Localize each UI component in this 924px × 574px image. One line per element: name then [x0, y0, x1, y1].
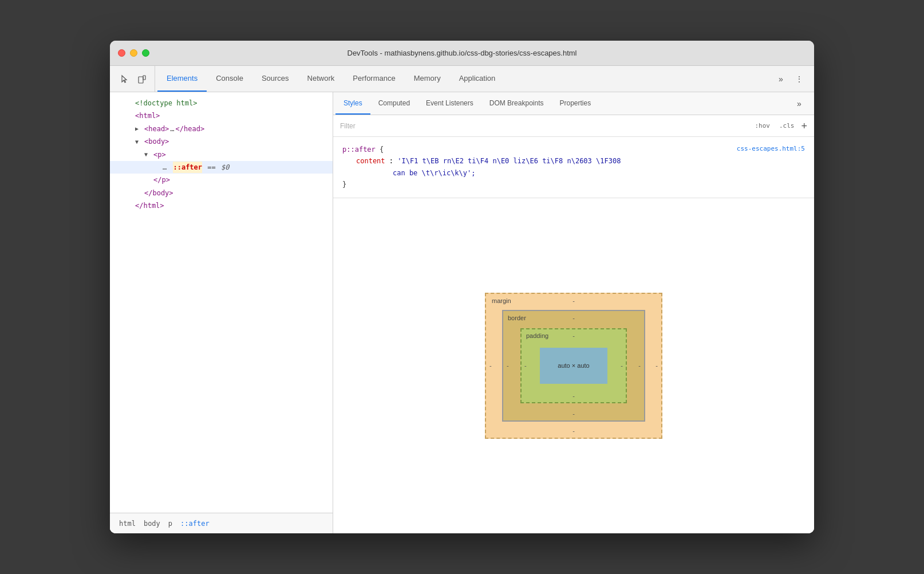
- tab-computed[interactable]: Computed: [370, 92, 418, 115]
- list-item[interactable]: … ::after == $0: [110, 161, 333, 174]
- cursor-icon[interactable]: [117, 71, 133, 87]
- add-style-button[interactable]: +: [801, 121, 807, 131]
- maximize-button[interactable]: [142, 49, 149, 57]
- rule-source-link[interactable]: css-escapes.html:5: [737, 144, 805, 155]
- margin-label: margin: [492, 297, 511, 304]
- content-box: auto × auto: [540, 348, 607, 384]
- border-label: border: [508, 314, 526, 321]
- svg-rect-1: [143, 76, 145, 80]
- dom-equals: ==: [203, 162, 220, 173]
- tab-dom-breakpoints[interactable]: DOM Breakpoints: [481, 92, 552, 115]
- prop-value-content: 'I\F1 t\EB rn\E2 ti\F4 n\E0 liz\E6 ti\F8…: [397, 157, 621, 165]
- close-button[interactable]: [118, 49, 125, 57]
- tab-event-listeners[interactable]: Event Listeners: [418, 92, 481, 115]
- main-toolbar: Elements Console Sources Network Perform…: [110, 66, 814, 92]
- box-model-area: margin - - - - border - - - -: [333, 198, 814, 533]
- border-left-value[interactable]: -: [507, 362, 509, 369]
- css-rules: p::after { css-escapes.html:5 content : …: [333, 137, 814, 198]
- rule-selector: p::after: [342, 146, 380, 154]
- border-top-value[interactable]: -: [572, 314, 575, 321]
- list-item[interactable]: ▼ <p>: [110, 148, 333, 161]
- minimize-button[interactable]: [130, 49, 137, 57]
- prop-name-content: content: [356, 157, 385, 165]
- styles-tabs: Styles Computed Event Listeners DOM Brea…: [333, 92, 814, 115]
- toolbar-tabs: Elements Console Sources Network Perform…: [157, 66, 768, 92]
- left-panel: <!doctype html> <html> ▶ <head>…</head>: [110, 92, 333, 533]
- window-title: DevTools - mathiasbynens.github.io/css-d…: [347, 49, 576, 57]
- list-item[interactable]: <html>: [110, 109, 333, 122]
- triangle-icon: ▶: [135, 124, 142, 133]
- head-tag: <head>: [144, 123, 169, 135]
- list-item[interactable]: ▶ <head>…</head>: [110, 123, 333, 135]
- body-open-tag: <body>: [144, 136, 169, 147]
- close-brace: }: [342, 180, 346, 188]
- border-right-value[interactable]: -: [638, 362, 641, 369]
- triangle-icon: ▼: [135, 137, 142, 147]
- tab-styles[interactable]: Styles: [335, 92, 370, 115]
- margin-right-value[interactable]: -: [656, 362, 658, 369]
- tab-console[interactable]: Console: [207, 66, 252, 92]
- tab-sources[interactable]: Sources: [252, 66, 298, 92]
- devtools-menu-button[interactable]: ⋮: [791, 71, 807, 87]
- margin-left-value[interactable]: -: [489, 362, 492, 369]
- p-close-tag: </p>: [153, 174, 170, 186]
- tab-properties[interactable]: Properties: [551, 92, 599, 115]
- open-brace: {: [380, 146, 384, 154]
- right-panel: Styles Computed Event Listeners DOM Brea…: [333, 92, 814, 533]
- breadcrumb-item-body[interactable]: body: [141, 518, 163, 529]
- devtools-window: DevTools - mathiasbynens.github.io/css-d…: [110, 41, 814, 533]
- tab-performance[interactable]: Performance: [343, 66, 404, 92]
- css-declaration: content : 'I\F1 t\EB rn\E2 ti\F4 n\E0 li…: [342, 155, 805, 167]
- head-close-tag: </head>: [176, 123, 205, 135]
- ellipsis-dots: …: [163, 162, 167, 173]
- padding-top-value[interactable]: -: [572, 332, 575, 339]
- padding-right-value[interactable]: -: [621, 362, 623, 369]
- content-size: auto × auto: [558, 362, 589, 369]
- margin-bottom-value[interactable]: -: [572, 427, 575, 434]
- padding-bottom-value[interactable]: -: [572, 392, 575, 399]
- html-close-tag: </html>: [135, 200, 164, 211]
- filter-input[interactable]: [340, 122, 748, 130]
- box-model: margin - - - - border - - - -: [485, 293, 662, 439]
- list-item[interactable]: </html>: [110, 199, 333, 212]
- ellipsis: …: [170, 123, 174, 135]
- border-bottom-value[interactable]: -: [572, 410, 575, 417]
- list-item[interactable]: <!doctype html>: [110, 97, 333, 109]
- traffic-lights: [118, 49, 149, 57]
- p-open-tag: <p>: [153, 149, 166, 160]
- cls-button[interactable]: .cls: [777, 121, 797, 131]
- body-close-tag: </body>: [144, 187, 173, 199]
- prop-colon: :: [389, 157, 397, 165]
- tab-application[interactable]: Application: [450, 66, 505, 92]
- breadcrumb-item-p[interactable]: p: [166, 518, 175, 529]
- triangle-icon: ▼: [144, 150, 151, 159]
- main-content: <!doctype html> <html> ▶ <head>…</head>: [110, 92, 814, 533]
- css-declaration-continued: can be \t\r\ic\k\y';: [342, 167, 805, 179]
- list-item[interactable]: </p>: [110, 174, 333, 186]
- more-tabs-button[interactable]: »: [773, 71, 789, 87]
- dom-dollar: $0: [221, 162, 229, 173]
- list-item[interactable]: ▼ <body>: [110, 135, 333, 148]
- rule-close: }: [342, 179, 805, 190]
- more-styles-tabs-button[interactable]: »: [791, 96, 807, 112]
- devtools-body: Elements Console Sources Network Perform…: [110, 66, 814, 533]
- toolbar-more: » ⋮: [768, 66, 812, 92]
- margin-top-value[interactable]: -: [572, 297, 575, 304]
- html-tag: <html>: [135, 110, 160, 121]
- svg-rect-0: [139, 77, 143, 83]
- tab-memory[interactable]: Memory: [405, 66, 450, 92]
- filter-bar: :hov .cls +: [333, 115, 814, 137]
- tab-network[interactable]: Network: [298, 66, 344, 92]
- list-item[interactable]: </body>: [110, 187, 333, 199]
- hov-button[interactable]: :hov: [752, 121, 772, 131]
- breadcrumb-item-after[interactable]: ::after: [178, 518, 212, 529]
- prop-value-continued: can be \t\r\ic\k\y';: [393, 169, 476, 177]
- device-toggle-icon[interactable]: [134, 71, 150, 87]
- doctype-node: <!doctype html>: [135, 97, 197, 109]
- filter-actions: :hov .cls +: [752, 121, 807, 131]
- tab-elements[interactable]: Elements: [157, 66, 207, 92]
- breadcrumb-item-html[interactable]: html: [117, 518, 138, 529]
- padding-label: padding: [526, 332, 548, 339]
- rule-header: p::after { css-escapes.html:5: [342, 144, 805, 155]
- padding-left-value[interactable]: -: [524, 362, 527, 369]
